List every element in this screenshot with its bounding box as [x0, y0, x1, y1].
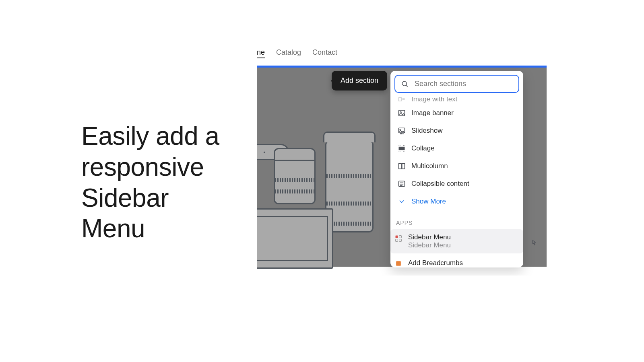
- section-item-image-with-text[interactable]: Image with text: [394, 97, 520, 104]
- preview-nav: ne Catalog Contact: [257, 48, 547, 66]
- headline: Easily add a responsive Sidebar Menu: [81, 121, 234, 244]
- svg-rect-12: [399, 147, 405, 150]
- section-item-label: Image with text: [411, 97, 457, 103]
- nav-item-home-fragment[interactable]: ne: [257, 48, 265, 58]
- section-item-collage[interactable]: Collage: [394, 140, 520, 157]
- collage-icon: [398, 144, 406, 152]
- app-item-breadcrumbs[interactable]: Add Breadcrumbs: [390, 253, 523, 267]
- app-block-icon: [394, 259, 402, 267]
- svg-rect-2: [399, 98, 402, 101]
- add-section-button[interactable]: Add section: [332, 71, 387, 90]
- search-icon: [401, 80, 409, 88]
- section-item-label: Collapsible content: [411, 180, 469, 188]
- show-more-label: Show More: [411, 197, 446, 206]
- svg-point-10: [401, 134, 402, 134]
- svg-line-1: [406, 85, 408, 86]
- app-title: Add Breadcrumbs: [408, 259, 463, 267]
- nav-item-contact[interactable]: Contact: [312, 48, 337, 58]
- svg-rect-25: [396, 239, 398, 242]
- section-item-label: Slideshow: [411, 127, 443, 135]
- divider: [390, 213, 523, 213]
- image-text-icon: [398, 97, 406, 103]
- illustration-lens-small: [274, 148, 316, 204]
- svg-point-9: [400, 134, 401, 134]
- app-item-sidebar-menu[interactable]: Sidebar Menu Sidebar Menu: [390, 229, 523, 253]
- chevron-down-icon: [398, 197, 406, 206]
- slideshow-icon: [398, 127, 406, 135]
- app-subtitle: Sidebar Menu: [408, 241, 451, 249]
- svg-rect-24: [399, 236, 402, 238]
- apps-heading: APPS: [390, 214, 523, 229]
- illustration-map: [257, 208, 333, 269]
- list-icon: [398, 180, 406, 188]
- section-item-image-banner[interactable]: Image banner: [394, 104, 520, 122]
- section-item-collapsible[interactable]: Collapsible content: [394, 175, 520, 193]
- svg-rect-26: [399, 239, 402, 242]
- section-item-label: Image banner: [411, 109, 454, 117]
- svg-rect-23: [396, 236, 398, 238]
- svg-rect-17: [399, 163, 402, 169]
- section-item-label: Collage: [411, 144, 435, 152]
- section-item-slideshow[interactable]: Slideshow: [394, 122, 520, 140]
- screenshot-stage: ne Catalog Contact • • • Add section: [257, 48, 547, 276]
- section-item-label: Multicolumn: [411, 162, 448, 170]
- search-input[interactable]: [415, 80, 513, 88]
- image-icon: [398, 109, 406, 117]
- nav-item-catalog[interactable]: Catalog: [276, 48, 301, 58]
- svg-rect-5: [399, 110, 405, 115]
- svg-point-11: [403, 134, 404, 134]
- columns-icon: [398, 162, 406, 170]
- section-item-multicolumn[interactable]: Multicolumn: [394, 157, 520, 175]
- search-field-wrapper[interactable]: [394, 75, 519, 93]
- svg-rect-18: [402, 163, 405, 169]
- sections-list: Image with text Image banner Slideshow C…: [390, 97, 523, 212]
- app-title: Sidebar Menu: [408, 233, 451, 241]
- pointer-cursor-icon: [530, 239, 538, 248]
- show-more-link[interactable]: Show More: [394, 193, 520, 212]
- sections-panel: Image with text Image banner Slideshow C…: [390, 71, 523, 267]
- svg-rect-27: [396, 261, 401, 266]
- app-block-icon: [394, 234, 402, 243]
